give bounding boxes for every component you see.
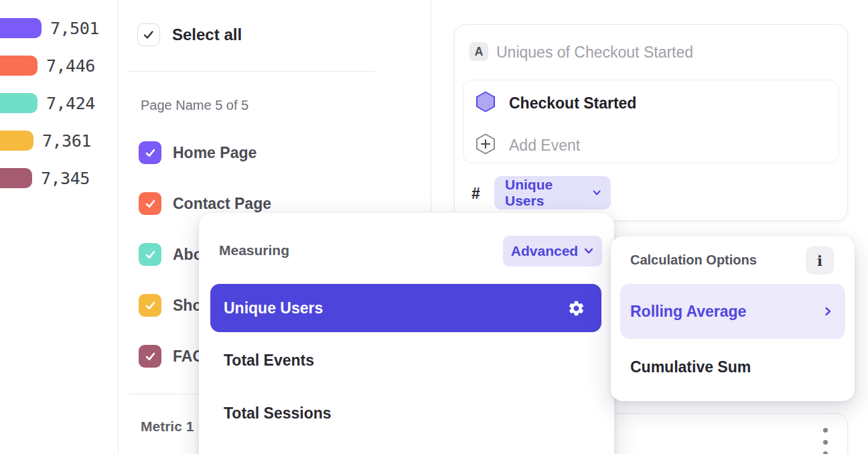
- legend-item: 7,345: [0, 168, 90, 188]
- checkmark-icon: [142, 28, 155, 42]
- measuring-header: Measuring: [219, 242, 289, 258]
- legend-item: 7,446: [0, 56, 95, 76]
- legend-value: 7,446: [46, 56, 95, 76]
- measuring-dropdown-popup: Measuring Advanced Unique Users Total Ev…: [199, 213, 614, 454]
- legend-item: 7,361: [0, 131, 91, 151]
- divider: [129, 71, 375, 72]
- event-hexagon-icon: [474, 90, 497, 113]
- option-unique-users[interactable]: Unique Users: [210, 284, 601, 332]
- metric-name-input[interactable]: Uniques of Checkout Started: [496, 44, 693, 62]
- filter-checkbox-contact-page[interactable]: [139, 192, 161, 215]
- measurement-label: Unique Users: [505, 177, 585, 209]
- analytics-app: 7,501 7,446 7,424 7,361 7,345 Select all…: [0, 0, 868, 454]
- panel-divider-left: [118, 0, 119, 454]
- legend-bar: [0, 168, 32, 188]
- chevron-right-icon: [824, 306, 832, 317]
- checkmark-icon: [144, 299, 157, 312]
- gear-icon[interactable]: [567, 299, 585, 317]
- metric-section-label: Metric 1: [141, 419, 194, 435]
- option-label: Rolling Average: [630, 303, 746, 321]
- option-total-sessions[interactable]: Total Sessions: [224, 404, 332, 423]
- filter-checkbox-home-page[interactable]: [139, 141, 161, 164]
- info-icon[interactable]: i: [806, 246, 834, 275]
- legend-value: 7,501: [50, 19, 99, 38]
- legend-value: 7,361: [42, 131, 91, 151]
- filter-checkbox-shop-page[interactable]: [139, 294, 161, 317]
- select-all-label: Select all: [172, 25, 242, 44]
- legend-bar: [0, 131, 33, 151]
- number-symbol: #: [472, 185, 480, 203]
- checkmark-icon: [144, 248, 157, 261]
- kebab-menu-icon[interactable]: [815, 426, 835, 454]
- chevron-down-icon: [592, 189, 601, 197]
- chevron-down-icon: [583, 247, 594, 255]
- option-label: Unique Users: [224, 299, 323, 317]
- option-total-events[interactable]: Total Events: [224, 351, 314, 370]
- filter-item-label: Sho: [173, 296, 202, 315]
- calculation-options-popup: Calculation Options i Rolling Average Cu…: [611, 236, 855, 401]
- metric-definition-card: A Uniques of Checkout Started Checkout S…: [454, 24, 848, 221]
- filter-checkbox-about-page[interactable]: [139, 243, 161, 266]
- legend-bar: [0, 18, 42, 38]
- advanced-toggle[interactable]: Advanced: [503, 236, 602, 267]
- calculation-options-header: Calculation Options: [630, 252, 757, 267]
- add-event-button[interactable]: Add Event: [509, 136, 580, 155]
- event-name[interactable]: Checkout Started: [509, 94, 636, 112]
- event-list-card: Checkout Started Add Event: [463, 80, 839, 163]
- checkmark-icon: [144, 147, 157, 159]
- filter-checkbox-faq-page[interactable]: [139, 345, 161, 368]
- legend-value: 7,345: [41, 169, 90, 188]
- add-event-icon[interactable]: [474, 133, 497, 155]
- legend-item: 7,501: [0, 18, 99, 38]
- filter-item-label: Home Page: [173, 143, 257, 162]
- checkmark-icon: [144, 198, 157, 210]
- series-badge: A: [469, 42, 488, 61]
- select-all-checkbox[interactable]: [137, 23, 160, 46]
- option-rolling-average[interactable]: Rolling Average: [620, 284, 845, 339]
- checkmark-icon: [144, 350, 157, 363]
- legend-bar: [0, 93, 38, 113]
- advanced-label: Advanced: [511, 243, 578, 259]
- filter-item-label: Contact Page: [173, 194, 271, 213]
- filter-group-label: Page Name 5 of 5: [141, 98, 248, 113]
- legend-value: 7,424: [46, 94, 95, 113]
- filter-item-label: Abo: [173, 245, 203, 264]
- legend-bar: [0, 56, 38, 76]
- legend-item: 7,424: [0, 93, 95, 113]
- measurement-dropdown[interactable]: Unique Users: [494, 176, 611, 210]
- option-cumulative-sum[interactable]: Cumulative Sum: [630, 358, 751, 376]
